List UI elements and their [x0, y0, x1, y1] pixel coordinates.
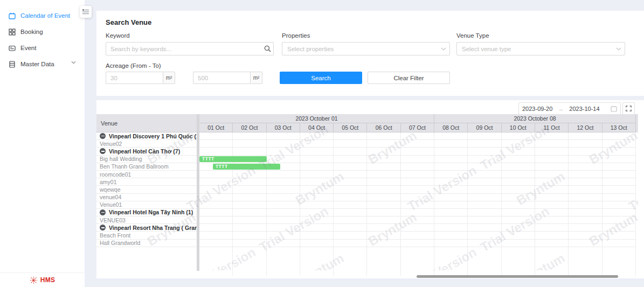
timeline-row[interactable] — [199, 232, 636, 239]
venue-group-row[interactable]: Vinpearl Discovery 1 Phú Quốc (1) — [96, 132, 197, 140]
day-header-cell[interactable]: 10 Oct — [502, 123, 535, 132]
venue-type-select[interactable]: Select venue type — [456, 42, 625, 55]
day-header-cell[interactable]: 11 Oct — [535, 123, 569, 132]
date-range-start[interactable]: 2023-09-20 — [522, 106, 552, 112]
venue-row[interactable]: venue04 — [96, 194, 197, 201]
timeline-row[interactable] — [199, 209, 636, 216]
timeline-row[interactable]: TTTT — [199, 163, 636, 171]
venue-row-label: Vinpearl Hotel Cần Thơ (7) — [109, 148, 180, 155]
date-range-end[interactable]: 2023-10-14 — [569, 106, 599, 112]
venue-row[interactable]: Big hall Wedding — [96, 156, 197, 163]
scheduler-header: Venue 2023 October 012023 October 08 01 … — [96, 114, 638, 132]
day-header-cell[interactable]: 12 Oct — [569, 123, 602, 132]
venue-row[interactable]: Hall Grandworld — [96, 240, 197, 247]
sidebar-item-master-data[interactable]: Master Data — [0, 56, 85, 72]
timeline-row[interactable]: TTTT — [199, 156, 636, 163]
collapse-group-icon[interactable] — [100, 148, 106, 154]
timeline-row[interactable] — [199, 132, 636, 140]
scheduler-panel: 2023-09-20 → 2023-10-14 Venue 2023 Octob… — [96, 100, 644, 278]
day-header-cell[interactable]: 05 Oct — [334, 123, 367, 132]
day-header-cell[interactable]: 02 Oct — [233, 123, 266, 132]
venue-row[interactable]: amy01 — [96, 178, 197, 186]
sidebar-item-calendar-of-event[interactable]: Calendar of Event — [0, 8, 85, 24]
venue-column-header[interactable]: Venue — [96, 114, 197, 132]
venue-group-row[interactable]: Vinpearl Hotel Nga Tây Ninh (1) — [96, 209, 197, 216]
week-group-header: 2023 October 08 — [434, 114, 636, 123]
timeline-row[interactable] — [199, 178, 636, 186]
sidebar-item-event[interactable]: Event — [0, 40, 85, 56]
venue-row[interactable]: roomcode01 — [96, 171, 197, 178]
venue-row[interactable]: VENUE03 — [96, 216, 197, 224]
day-header-cell[interactable]: 08 Oct — [434, 123, 468, 132]
calendar-icon — [9, 12, 16, 19]
day-header-cell[interactable]: 04 Oct — [300, 123, 334, 132]
horizontal-scrollbar-thumb[interactable] — [417, 275, 618, 278]
arrow-right-icon: → — [558, 106, 564, 112]
collapse-group-icon[interactable] — [100, 133, 106, 139]
chevron-down-icon — [438, 47, 449, 51]
acreage-unit: m² — [163, 72, 175, 84]
collapse-group-icon[interactable] — [100, 209, 106, 215]
venue-row[interactable]: Ben Thanh Grand Ballroom — [96, 163, 197, 171]
hms-logo-icon — [30, 276, 38, 284]
timeline-row[interactable] — [199, 224, 636, 232]
venue-row[interactable]: Beach Front — [96, 232, 197, 239]
venue-row[interactable]: Venue02 — [96, 140, 197, 148]
keyword-label: Keyword — [106, 32, 130, 39]
sidebar-collapse-button[interactable] — [80, 6, 92, 18]
sidebar-item-booking[interactable]: Booking — [0, 24, 85, 40]
venue-row-label: Vinpearl Hotel Nga Tây Ninh (1) — [109, 209, 193, 215]
collapse-group-icon[interactable] — [100, 225, 106, 230]
timeline-row[interactable] — [199, 186, 636, 193]
timeline-row[interactable] — [199, 194, 636, 201]
day-header-cell[interactable]: 13 Oct — [603, 123, 636, 132]
search-venue-panel: Search Venue Keyword Properties Select p… — [96, 11, 644, 96]
venue-row-label: Hall Grandworld — [100, 240, 140, 246]
day-header-cell[interactable]: 03 Oct — [267, 123, 300, 132]
venue-row[interactable]: wqewqe — [96, 186, 197, 193]
properties-placeholder: Select properties — [282, 46, 438, 52]
expand-icon — [626, 106, 632, 111]
timeline-row[interactable] — [199, 140, 636, 148]
database-icon — [9, 61, 16, 68]
fullscreen-button[interactable] — [622, 102, 635, 115]
venue-row-label: Venue01 — [100, 201, 122, 208]
venue-group-row[interactable]: Vinpearl Hotel Cần Thơ (7) — [96, 148, 197, 155]
timeline-row[interactable] — [199, 171, 636, 178]
venue-row-label: wqewqe — [100, 186, 121, 193]
timeline-row[interactable] — [199, 201, 636, 209]
timeline-row[interactable] — [199, 148, 636, 155]
clear-filter-button[interactable]: Clear Filter — [368, 72, 450, 84]
acreage-label: Acreage (From - To) — [106, 62, 161, 69]
keyword-input[interactable] — [106, 43, 261, 55]
timeline-row[interactable] — [199, 240, 636, 247]
day-header-cell[interactable]: 07 Oct — [401, 123, 434, 132]
timeline-row[interactable] — [199, 216, 636, 224]
event-bar[interactable]: TTTT — [213, 164, 280, 170]
acreage-to-input[interactable] — [193, 72, 250, 84]
calendar-icon — [611, 106, 617, 112]
column-resize-splitter[interactable] — [197, 114, 199, 271]
day-header-cell[interactable]: 01 Oct — [199, 123, 233, 132]
search-icon[interactable] — [261, 45, 273, 52]
venue-row-label: amy01 — [100, 179, 117, 185]
venue-type-label: Venue Type — [456, 32, 489, 39]
venue-type-placeholder: Select venue type — [457, 46, 613, 52]
acreage-to-group: m² — [193, 72, 262, 84]
sidebar-item-label: Event — [20, 45, 36, 51]
day-header-row: 01 Oct02 Oct03 Oct04 Oct05 Oct06 Oct07 O… — [199, 123, 636, 132]
keyword-field-wrap — [106, 42, 274, 55]
week-header-row: 2023 October 012023 October 08 — [199, 114, 636, 123]
day-header-cell[interactable]: 06 Oct — [367, 123, 400, 132]
event-bar[interactable]: TTTT — [199, 156, 267, 162]
venue-row-label: venue04 — [100, 194, 121, 200]
properties-select[interactable]: Select properties — [282, 42, 450, 55]
search-button[interactable]: Search — [280, 72, 362, 84]
venue-row[interactable]: Venue01 — [96, 201, 197, 209]
venue-group-row[interactable]: Vinpearl Resort Nha Trang ( Grandworld )… — [96, 224, 197, 232]
day-header-cell[interactable]: 09 Oct — [468, 123, 501, 132]
venue-row-label: roomcode01 — [100, 171, 131, 178]
venue-row-label: Beach Front — [100, 232, 130, 239]
acreage-from-input[interactable] — [106, 72, 163, 84]
date-range-picker[interactable]: 2023-09-20 → 2023-10-14 — [518, 102, 621, 115]
